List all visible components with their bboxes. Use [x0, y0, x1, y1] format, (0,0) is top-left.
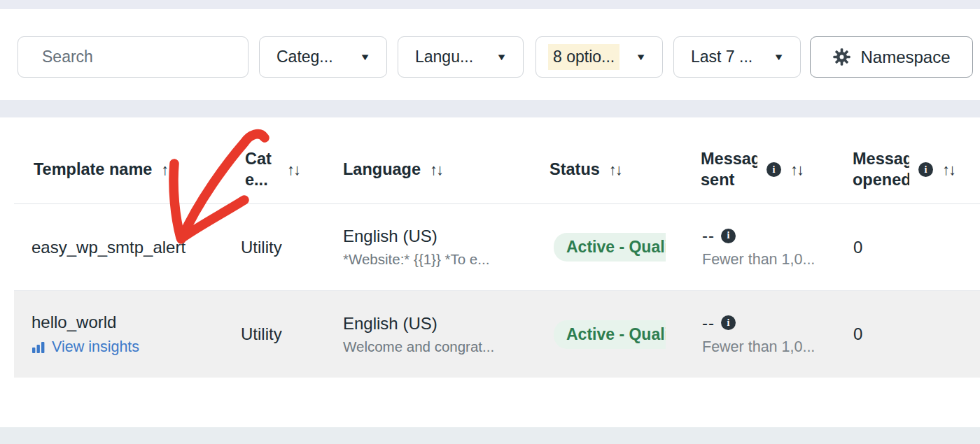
- category-filter-dropdown[interactable]: Categ... ▼: [259, 36, 387, 78]
- category-value: Utility: [241, 238, 282, 257]
- table-row-easy-wp-smtp-alert[interactable]: easy_wp_smtp_alert Utility English (US) …: [14, 204, 980, 291]
- table-row-hello-world[interactable]: hello_world View insights Utility Englis…: [14, 291, 980, 378]
- status-badge-clip: Active - Quality pending: [554, 320, 666, 349]
- language-filter-dropdown[interactable]: Langu... ▼: [398, 36, 524, 78]
- filter-toolbar: Categ... ▼ Langu... ▼ 8 optio... ▼ Last …: [0, 9, 980, 100]
- status-badge: Active - Quality pending: [554, 320, 666, 349]
- language-value: English (US): [343, 227, 489, 246]
- info-icon[interactable]: i: [766, 162, 781, 177]
- view-insights-label: View insights: [52, 338, 139, 356]
- status-badge-clip: Active - Quality pending: [554, 233, 666, 262]
- sort-icon[interactable]: ↑↓: [287, 161, 300, 179]
- chevron-down-icon: ▼: [636, 52, 647, 62]
- status-badge: Active - Quality pending: [554, 233, 666, 262]
- sort-icon[interactable]: ↑↓: [790, 161, 803, 179]
- templates-page: Categ... ▼ Langu... ▼ 8 optio... ▼ Last …: [0, 0, 980, 444]
- sort-icon[interactable]: ↑↓: [161, 161, 174, 179]
- language-value: English (US): [343, 314, 494, 334]
- template-preview-text: Welcome and congrat...: [343, 338, 494, 355]
- category-value: Utility: [241, 324, 282, 344]
- view-insights-link[interactable]: View insights: [31, 338, 139, 356]
- namespace-button-label: Namespace: [860, 48, 950, 67]
- category-cell: Utility: [241, 204, 282, 290]
- column-header-template-name[interactable]: Template name ↑↓: [34, 117, 174, 203]
- column-header-messages-opened[interactable]: Messages opened i ↑↓: [853, 117, 955, 203]
- status-header-label: Status: [550, 159, 600, 180]
- info-icon[interactable]: i: [721, 315, 736, 330]
- language-filter-label: Langu...: [415, 48, 473, 66]
- messages-opened-cell: 0: [853, 204, 862, 290]
- bottom-divider-band: [0, 427, 980, 444]
- language-header-label: Language: [343, 159, 421, 180]
- messages-opened-value: 0: [853, 324, 862, 344]
- info-icon[interactable]: i: [918, 162, 933, 177]
- sort-icon[interactable]: ↑↓: [609, 161, 622, 179]
- namespace-button[interactable]: Namespace: [810, 36, 973, 78]
- category-cell: Utility: [241, 291, 282, 378]
- search-box[interactable]: [18, 36, 248, 78]
- template-name-header-label: Template name: [34, 159, 152, 180]
- template-name-cell[interactable]: easy_wp_smtp_alert: [31, 204, 186, 290]
- messages-sent-header-label: Messages sent: [701, 149, 757, 190]
- status-filter-dropdown[interactable]: 8 optio... ▼: [536, 36, 663, 78]
- column-header-messages-sent[interactable]: Messages sent i ↑↓: [701, 117, 803, 203]
- category-header-label: Cat e...: [245, 149, 272, 190]
- column-header-category[interactable]: Cat e... ↑↓: [245, 117, 300, 203]
- bar-chart-icon: [31, 341, 46, 355]
- template-name[interactable]: easy_wp_smtp_alert: [31, 238, 186, 257]
- language-cell: English (US) Welcome and congrat...: [343, 291, 494, 378]
- table-header-row: Template name ↑↓ Cat e... ↑↓ Language ↑↓…: [14, 117, 980, 204]
- chevron-down-icon: ▼: [774, 52, 785, 62]
- column-header-language[interactable]: Language ↑↓: [343, 117, 442, 203]
- messages-sent-value: --: [702, 226, 715, 245]
- template-name-cell[interactable]: hello_world View insights: [31, 291, 139, 378]
- date-range-filter-dropdown[interactable]: Last 7 ... ▼: [673, 36, 801, 78]
- messages-opened-value: 0: [853, 238, 862, 257]
- search-input[interactable]: [42, 48, 249, 66]
- status-cell: Active - Quality pending: [554, 204, 666, 290]
- templates-table: Template name ↑↓ Cat e... ↑↓ Language ↑↓…: [0, 117, 980, 427]
- column-header-status[interactable]: Status ↑↓: [550, 117, 622, 203]
- messages-sent-cell: -- i Fewer than 1,0...: [702, 291, 815, 378]
- top-divider-band: [0, 0, 980, 9]
- chevron-down-icon: ▼: [496, 52, 507, 62]
- toolbar-table-divider-band: [0, 100, 980, 117]
- status-filter-label: 8 optio...: [548, 44, 620, 70]
- messages-opened-header-label: Messages opened: [853, 149, 909, 190]
- messages-sent-note: Fewer than 1,0...: [702, 338, 815, 356]
- status-cell: Active - Quality pending: [554, 291, 666, 378]
- date-range-filter-label: Last 7 ...: [691, 48, 752, 66]
- messages-sent-value: --: [702, 313, 715, 333]
- messages-sent-note: Fewer than 1,0...: [702, 251, 815, 268]
- messages-opened-cell: 0: [853, 291, 862, 378]
- chevron-down-icon: ▼: [360, 52, 371, 62]
- sort-icon[interactable]: ↑↓: [942, 161, 955, 179]
- info-icon[interactable]: i: [721, 229, 736, 243]
- sort-icon[interactable]: ↑↓: [430, 161, 442, 179]
- messages-sent-cell: -- i Fewer than 1,0...: [702, 204, 815, 290]
- gear-icon: [832, 48, 851, 66]
- template-name[interactable]: hello_world: [31, 313, 139, 332]
- language-cell: English (US) *Website:* {{1}} *To e...: [343, 204, 489, 290]
- category-filter-label: Categ...: [276, 48, 333, 66]
- template-preview-text: *Website:* {{1}} *To e...: [343, 251, 489, 268]
